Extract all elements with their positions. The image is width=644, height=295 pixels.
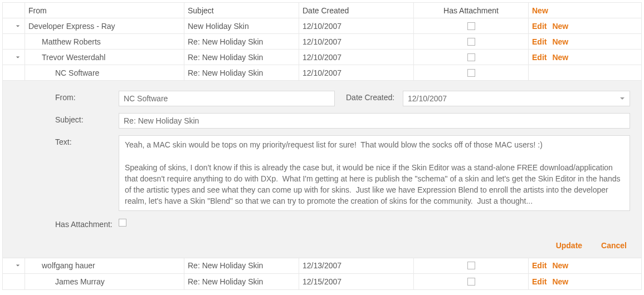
cell-commands: Edit New xyxy=(529,274,641,289)
cell-attachment xyxy=(414,65,529,80)
attachment-checkbox[interactable] xyxy=(467,278,475,286)
cell-subject: Re: New Holiday Skin xyxy=(184,65,299,80)
subject-input[interactable] xyxy=(119,113,630,129)
cell-subject: Re: New Holiday Skin xyxy=(184,50,299,65)
attachment-checkbox[interactable] xyxy=(467,69,475,77)
table-row: wolfgang hauer Re: New Holiday Skin 12/1… xyxy=(3,258,641,274)
tree-indent xyxy=(28,266,42,266)
column-header-row: From Subject Date Created Has Attachment… xyxy=(3,3,641,18)
date-created-combo xyxy=(403,91,630,106)
column-header-subject[interactable]: Subject xyxy=(184,3,299,18)
tree-indent xyxy=(28,281,55,282)
cell-attachment xyxy=(414,18,529,33)
tree-list-grid: From Subject Date Created Has Attachment… xyxy=(2,2,642,290)
cell-date: 12/10/2007 xyxy=(299,18,414,33)
from-text: NC Software xyxy=(55,68,99,77)
date-created-dropdown-button[interactable] xyxy=(614,91,630,106)
row-new-link[interactable]: New xyxy=(552,261,568,270)
expand-cell xyxy=(3,65,25,80)
from-text: Matthew Roberts xyxy=(42,37,101,46)
label-date-created: Date Created: xyxy=(346,91,403,102)
cell-subject: Re: New Holiday Skin xyxy=(184,274,299,289)
cell-subject: New Holiday Skin xyxy=(184,18,299,33)
cancel-link[interactable]: Cancel xyxy=(601,241,627,250)
chevron-down-icon xyxy=(619,96,625,101)
tree-indent xyxy=(28,57,42,57)
row-new-link[interactable]: New xyxy=(552,277,568,286)
edit-link[interactable]: Edit xyxy=(532,261,547,270)
expand-cell xyxy=(3,274,25,289)
table-row: Matthew Roberts Re: New Holiday Skin 12/… xyxy=(3,34,641,50)
row-new-link[interactable]: New xyxy=(552,22,568,31)
attachment-checkbox[interactable] xyxy=(467,53,475,61)
column-header-date[interactable]: Date Created xyxy=(299,3,414,18)
cell-commands: Edit New xyxy=(529,34,641,49)
header-new-link[interactable]: New xyxy=(532,6,548,15)
cell-date: 12/10/2007 xyxy=(299,50,414,65)
expand-cell xyxy=(3,18,25,33)
cell-attachment xyxy=(414,50,529,65)
tree-indent xyxy=(28,41,42,42)
cell-attachment xyxy=(414,34,529,49)
tree-indent xyxy=(28,72,55,73)
expand-cell xyxy=(3,50,25,65)
row-new-link[interactable]: New xyxy=(552,37,568,46)
table-row: Developer Express - Ray New Holiday Skin… xyxy=(3,18,641,34)
cell-date: 12/13/2007 xyxy=(299,258,414,273)
edit-form: From: Date Created: Subject: xyxy=(3,81,641,258)
from-text: James Murray xyxy=(55,277,105,286)
cell-from: Matthew Roberts xyxy=(25,34,184,49)
cell-subject: Re: New Holiday Skin xyxy=(184,34,299,49)
edit-link[interactable]: Edit xyxy=(532,37,547,46)
cell-from: Developer Express - Ray xyxy=(25,18,184,33)
cell-commands: Edit New xyxy=(529,18,641,33)
cell-commands xyxy=(529,65,641,80)
collapse-icon[interactable] xyxy=(14,54,21,61)
from-text: Trevor Westerdahl xyxy=(42,53,105,62)
cell-from: Trevor Westerdahl xyxy=(25,50,184,65)
from-input[interactable] xyxy=(119,91,335,106)
cell-from: James Murray xyxy=(25,274,184,289)
from-text: wolfgang hauer xyxy=(42,261,95,270)
text-textarea[interactable] xyxy=(119,135,630,211)
expand-cell xyxy=(3,258,25,273)
table-row: NC Software Re: New Holiday Skin 12/10/2… xyxy=(3,65,641,81)
edit-link[interactable]: Edit xyxy=(532,277,547,286)
label-from: From: xyxy=(55,91,119,102)
update-link[interactable]: Update xyxy=(556,241,582,250)
cell-date: 12/10/2007 xyxy=(299,65,414,80)
expand-cell xyxy=(3,34,25,49)
has-attachment-checkbox[interactable] xyxy=(119,219,126,227)
edit-link[interactable]: Edit xyxy=(532,53,547,62)
cell-date: 12/10/2007 xyxy=(299,34,414,49)
column-header-attachment[interactable]: Has Attachment xyxy=(414,3,529,18)
cell-commands: Edit New xyxy=(529,258,641,273)
attachment-checkbox[interactable] xyxy=(467,262,475,269)
cell-subject: Re: New Holiday Skin xyxy=(184,258,299,273)
collapse-icon[interactable] xyxy=(14,262,21,269)
column-header-from[interactable]: From xyxy=(25,3,184,18)
label-text: Text: xyxy=(55,135,119,146)
cell-date: 12/15/2007 xyxy=(299,274,414,289)
edit-link[interactable]: Edit xyxy=(532,22,547,31)
date-created-input[interactable] xyxy=(403,91,614,106)
attachment-checkbox[interactable] xyxy=(467,38,475,46)
row-new-link[interactable]: New xyxy=(552,53,568,62)
cell-attachment xyxy=(414,258,529,273)
cell-commands: Edit New xyxy=(529,50,641,65)
cell-from: wolfgang hauer xyxy=(25,258,184,273)
attachment-checkbox[interactable] xyxy=(467,22,475,30)
table-row: James Murray Re: New Holiday Skin 12/15/… xyxy=(3,274,641,289)
table-row: Trevor Westerdahl Re: New Holiday Skin 1… xyxy=(3,50,641,65)
label-subject: Subject: xyxy=(55,113,119,124)
header-expand-spacer xyxy=(3,3,25,18)
cell-attachment xyxy=(414,274,529,289)
edit-form-actions: Update Cancel xyxy=(55,241,630,250)
cell-from: NC Software xyxy=(25,65,184,80)
collapse-icon[interactable] xyxy=(14,23,21,30)
label-has-attachment: Has Attachment: xyxy=(55,218,119,229)
column-header-command: New xyxy=(529,3,641,18)
